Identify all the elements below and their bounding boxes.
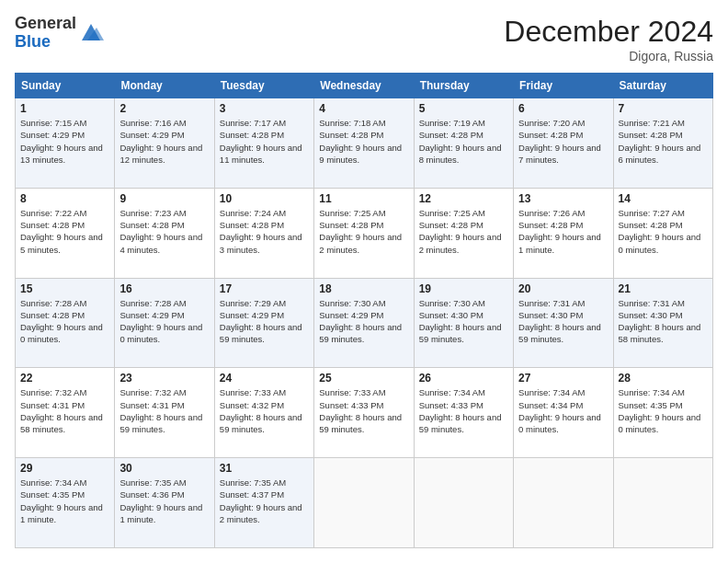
day-header-friday: Friday <box>514 74 613 98</box>
day-info: Sunrise: 7:33 AM Sunset: 4:32 PM Dayligh… <box>220 386 309 435</box>
day-info: Sunrise: 7:31 AM Sunset: 4:30 PM Dayligh… <box>619 297 708 346</box>
calendar-cell: 15Sunrise: 7:28 AM Sunset: 4:28 PM Dayli… <box>16 278 115 368</box>
day-info: Sunrise: 7:25 AM Sunset: 4:28 PM Dayligh… <box>319 207 408 256</box>
calendar-week-row: 22Sunrise: 7:32 AM Sunset: 4:31 PM Dayli… <box>16 368 713 458</box>
calendar-cell <box>414 458 513 548</box>
calendar-cell: 3Sunrise: 7:17 AM Sunset: 4:28 PM Daylig… <box>214 98 313 189</box>
calendar-cell: 23Sunrise: 7:32 AM Sunset: 4:31 PM Dayli… <box>115 368 214 458</box>
day-number: 31 <box>220 462 309 475</box>
day-info: Sunrise: 7:30 AM Sunset: 4:30 PM Dayligh… <box>419 297 508 346</box>
day-number: 27 <box>518 372 608 385</box>
day-info: Sunrise: 7:28 AM Sunset: 4:29 PM Dayligh… <box>119 297 209 346</box>
day-number: 15 <box>20 282 109 295</box>
day-number: 29 <box>20 462 109 475</box>
calendar-cell: 16Sunrise: 7:28 AM Sunset: 4:29 PM Dayli… <box>115 278 214 368</box>
day-number: 18 <box>319 282 408 295</box>
calendar-week-row: 29Sunrise: 7:34 AM Sunset: 4:35 PM Dayli… <box>16 458 713 548</box>
day-info: Sunrise: 7:27 AM Sunset: 4:28 PM Dayligh… <box>619 207 708 256</box>
day-header-tuesday: Tuesday <box>214 74 313 98</box>
day-info: Sunrise: 7:15 AM Sunset: 4:29 PM Dayligh… <box>20 117 109 166</box>
logo-icon <box>78 20 104 46</box>
day-number: 21 <box>619 282 708 295</box>
day-number: 2 <box>119 102 209 115</box>
month-title: December 2024 <box>504 15 713 49</box>
calendar-cell: 27Sunrise: 7:34 AM Sunset: 4:34 PM Dayli… <box>514 368 613 458</box>
day-number: 17 <box>220 282 309 295</box>
day-number: 6 <box>518 102 608 115</box>
logo-general: General <box>15 15 76 33</box>
title-block: December 2024 Digora, Russia <box>504 15 713 63</box>
calendar-cell: 5Sunrise: 7:19 AM Sunset: 4:28 PM Daylig… <box>414 98 513 189</box>
day-number: 12 <box>419 192 508 205</box>
day-info: Sunrise: 7:16 AM Sunset: 4:29 PM Dayligh… <box>119 117 209 166</box>
day-header-thursday: Thursday <box>414 74 513 98</box>
day-info: Sunrise: 7:34 AM Sunset: 4:33 PM Dayligh… <box>419 386 508 435</box>
day-number: 26 <box>419 372 508 385</box>
day-info: Sunrise: 7:30 AM Sunset: 4:29 PM Dayligh… <box>319 297 408 346</box>
day-info: Sunrise: 7:34 AM Sunset: 4:35 PM Dayligh… <box>20 477 109 525</box>
day-info: Sunrise: 7:20 AM Sunset: 4:28 PM Dayligh… <box>518 117 608 166</box>
day-number: 5 <box>419 102 508 115</box>
day-number: 10 <box>220 192 309 205</box>
calendar-week-row: 15Sunrise: 7:28 AM Sunset: 4:28 PM Dayli… <box>16 278 713 368</box>
day-number: 16 <box>119 282 209 295</box>
page: General Blue December 2024 Digora, Russi… <box>0 0 728 563</box>
day-info: Sunrise: 7:24 AM Sunset: 4:28 PM Dayligh… <box>220 207 309 256</box>
day-number: 1 <box>20 102 109 115</box>
day-number: 22 <box>20 372 109 385</box>
calendar-cell: 26Sunrise: 7:34 AM Sunset: 4:33 PM Dayli… <box>414 368 513 458</box>
calendar-cell: 11Sunrise: 7:25 AM Sunset: 4:28 PM Dayli… <box>314 188 414 278</box>
calendar-cell: 7Sunrise: 7:21 AM Sunset: 4:28 PM Daylig… <box>613 98 712 189</box>
day-number: 20 <box>518 282 608 295</box>
day-info: Sunrise: 7:29 AM Sunset: 4:29 PM Dayligh… <box>220 297 309 346</box>
calendar-cell: 20Sunrise: 7:31 AM Sunset: 4:30 PM Dayli… <box>514 278 613 368</box>
day-info: Sunrise: 7:26 AM Sunset: 4:28 PM Dayligh… <box>518 207 608 256</box>
day-info: Sunrise: 7:32 AM Sunset: 4:31 PM Dayligh… <box>119 386 209 435</box>
day-info: Sunrise: 7:32 AM Sunset: 4:31 PM Dayligh… <box>20 386 109 435</box>
location: Digora, Russia <box>504 49 713 63</box>
day-header-sunday: Sunday <box>16 74 115 98</box>
calendar-week-row: 1Sunrise: 7:15 AM Sunset: 4:29 PM Daylig… <box>16 98 713 189</box>
day-number: 23 <box>119 372 209 385</box>
day-info: Sunrise: 7:31 AM Sunset: 4:30 PM Dayligh… <box>518 297 608 346</box>
calendar-cell <box>613 458 712 548</box>
calendar-cell: 25Sunrise: 7:33 AM Sunset: 4:33 PM Dayli… <box>314 368 414 458</box>
calendar-cell: 30Sunrise: 7:35 AM Sunset: 4:36 PM Dayli… <box>115 458 214 548</box>
day-info: Sunrise: 7:21 AM Sunset: 4:28 PM Dayligh… <box>619 117 708 166</box>
day-info: Sunrise: 7:25 AM Sunset: 4:28 PM Dayligh… <box>419 207 508 256</box>
day-info: Sunrise: 7:18 AM Sunset: 4:28 PM Dayligh… <box>319 117 408 166</box>
day-info: Sunrise: 7:35 AM Sunset: 4:37 PM Dayligh… <box>220 477 309 525</box>
day-header-wednesday: Wednesday <box>314 74 414 98</box>
calendar-cell: 1Sunrise: 7:15 AM Sunset: 4:29 PM Daylig… <box>16 98 115 189</box>
calendar-cell: 10Sunrise: 7:24 AM Sunset: 4:28 PM Dayli… <box>214 188 313 278</box>
calendar-cell <box>514 458 613 548</box>
calendar-cell: 24Sunrise: 7:33 AM Sunset: 4:32 PM Dayli… <box>214 368 313 458</box>
calendar-cell: 31Sunrise: 7:35 AM Sunset: 4:37 PM Dayli… <box>214 458 313 548</box>
day-number: 9 <box>119 192 209 205</box>
day-number: 24 <box>220 372 309 385</box>
day-info: Sunrise: 7:34 AM Sunset: 4:35 PM Dayligh… <box>619 386 708 435</box>
header: General Blue December 2024 Digora, Russi… <box>15 15 713 63</box>
calendar-week-row: 8Sunrise: 7:22 AM Sunset: 4:28 PM Daylig… <box>16 188 713 278</box>
day-info: Sunrise: 7:35 AM Sunset: 4:36 PM Dayligh… <box>119 477 209 525</box>
day-info: Sunrise: 7:33 AM Sunset: 4:33 PM Dayligh… <box>319 386 408 435</box>
calendar-cell: 8Sunrise: 7:22 AM Sunset: 4:28 PM Daylig… <box>16 188 115 278</box>
calendar-cell: 17Sunrise: 7:29 AM Sunset: 4:29 PM Dayli… <box>214 278 313 368</box>
calendar-cell: 18Sunrise: 7:30 AM Sunset: 4:29 PM Dayli… <box>314 278 414 368</box>
day-info: Sunrise: 7:23 AM Sunset: 4:28 PM Dayligh… <box>119 207 209 256</box>
calendar-cell: 14Sunrise: 7:27 AM Sunset: 4:28 PM Dayli… <box>613 188 712 278</box>
calendar-cell: 28Sunrise: 7:34 AM Sunset: 4:35 PM Dayli… <box>613 368 712 458</box>
day-number: 8 <box>20 192 109 205</box>
calendar-cell: 2Sunrise: 7:16 AM Sunset: 4:29 PM Daylig… <box>115 98 214 189</box>
day-number: 13 <box>518 192 608 205</box>
calendar-cell: 22Sunrise: 7:32 AM Sunset: 4:31 PM Dayli… <box>16 368 115 458</box>
day-number: 14 <box>619 192 708 205</box>
day-number: 7 <box>619 102 708 115</box>
calendar-cell: 29Sunrise: 7:34 AM Sunset: 4:35 PM Dayli… <box>16 458 115 548</box>
calendar-cell: 4Sunrise: 7:18 AM Sunset: 4:28 PM Daylig… <box>314 98 414 189</box>
calendar-cell: 6Sunrise: 7:20 AM Sunset: 4:28 PM Daylig… <box>514 98 613 189</box>
day-number: 28 <box>619 372 708 385</box>
day-number: 11 <box>319 192 408 205</box>
day-info: Sunrise: 7:28 AM Sunset: 4:28 PM Dayligh… <box>20 297 109 346</box>
day-number: 3 <box>220 102 309 115</box>
